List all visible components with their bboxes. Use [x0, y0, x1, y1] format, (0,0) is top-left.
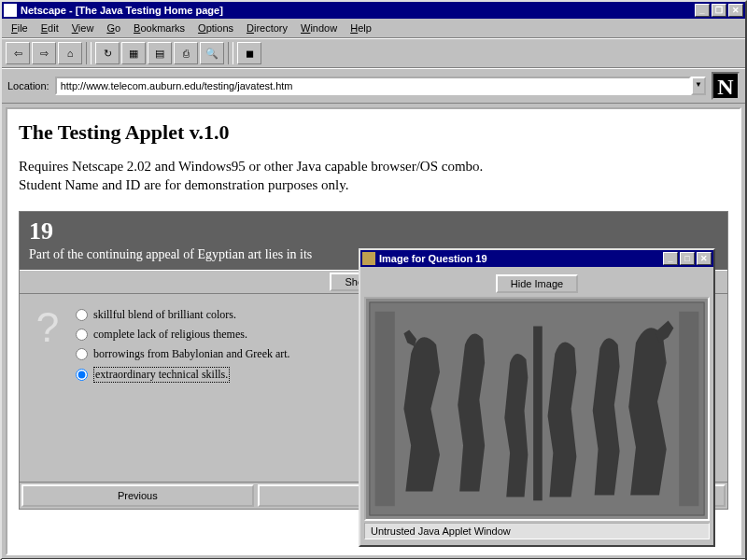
popup-status: Untrusted Java Applet Window	[364, 523, 710, 539]
close-button[interactable]: ✕	[728, 4, 743, 17]
menu-directory[interactable]: Directory	[241, 21, 293, 35]
svg-rect-4	[533, 327, 543, 501]
forward-button[interactable]: ⇨	[32, 42, 56, 64]
location-label: Location:	[7, 80, 49, 91]
question-number: 19	[29, 217, 718, 245]
location-bar: Location: ▼ N	[2, 68, 745, 104]
window-title: Netscape - [The Java Testing Home page]	[21, 5, 695, 16]
main-titlebar: Netscape - [The Java Testing Home page] …	[2, 2, 745, 19]
home-button[interactable]: ⌂	[58, 42, 82, 64]
image-popup-window: Image for Question 19 _ □ ✕ Hide Image	[359, 248, 715, 547]
menu-window[interactable]: Window	[295, 21, 343, 35]
menu-bookmarks[interactable]: Bookmarks	[128, 21, 190, 35]
netscape-logo: N	[712, 72, 740, 100]
java-cup-icon	[362, 252, 375, 265]
popup-title: Image for Question 19	[379, 253, 663, 264]
print-button[interactable]: ⎙	[174, 42, 198, 64]
find-button[interactable]: 🔍	[200, 42, 224, 64]
menu-go[interactable]: Go	[101, 21, 126, 35]
minimize-button[interactable]: _	[695, 4, 710, 17]
hide-image-button[interactable]: Hide Image	[496, 274, 578, 293]
images-button[interactable]: ▦	[121, 42, 146, 64]
menu-help[interactable]: Help	[345, 21, 377, 35]
reload-button[interactable]: ↻	[95, 42, 120, 64]
app-icon	[4, 4, 17, 17]
popup-close-button[interactable]: ✕	[697, 252, 712, 265]
open-button[interactable]: ▤	[148, 42, 172, 64]
menu-file[interactable]: File	[6, 21, 34, 35]
location-dropdown[interactable]: ▼	[691, 77, 706, 95]
menu-options[interactable]: Options	[192, 21, 239, 35]
previous-button[interactable]: Previous	[21, 484, 254, 507]
location-input[interactable]	[55, 77, 691, 95]
svg-rect-3	[679, 312, 698, 506]
page-heading: The Testing Applet v.1.0	[19, 120, 728, 145]
menu-edit[interactable]: Edit	[35, 21, 64, 35]
svg-rect-2	[375, 312, 395, 506]
question-mark-icon: ?	[27, 301, 68, 474]
menubar: File Edit View Go Bookmarks Options Dire…	[2, 19, 745, 38]
page-intro: Requires Netscape 2.02 and Windows95 or …	[19, 158, 728, 194]
popup-minimize-button[interactable]: _	[663, 252, 678, 265]
toolbar: ⇦ ⇨ ⌂ ↻ ▦ ▤ ⎙ 🔍 ◼	[2, 38, 745, 68]
stop-button[interactable]: ◼	[237, 42, 261, 64]
maximize-button[interactable]: ❐	[712, 4, 726, 17]
back-button[interactable]: ⇦	[6, 42, 30, 64]
question-image	[364, 297, 710, 521]
popup-maximize-button[interactable]: □	[680, 252, 695, 265]
menu-view[interactable]: View	[66, 21, 100, 35]
